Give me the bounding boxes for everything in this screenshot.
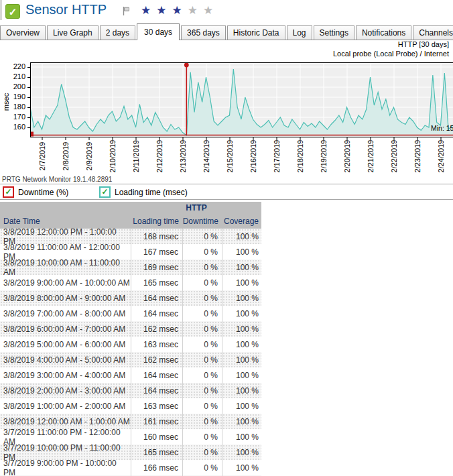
- cell-datetime: 3/8/2019 6:00:00 AM - 7:00:00 AM: [0, 321, 131, 337]
- cell-loading-time: 167 msec: [131, 244, 183, 259]
- cell-loading-time: 162 msec: [131, 321, 183, 337]
- tab-365-days[interactable]: 365 days: [181, 25, 226, 40]
- x-tick-label: 2/13/2019: [179, 140, 187, 173]
- cell-loading-time: 164 msec: [131, 383, 183, 398]
- cell-coverage: 100 %: [222, 321, 261, 337]
- table-row: 3/8/2019 10:00:00 AM - 11:00:00 AM169 ms…: [0, 259, 261, 275]
- tab-bar: OverviewLive Graph2 days30 days365 daysH…: [0, 24, 453, 40]
- cell-coverage: 100 %: [222, 306, 261, 321]
- cell-datetime: 3/8/2019 11:00:00 AM - 12:00:00 PM: [0, 244, 131, 259]
- cell-downtime: 0 %: [183, 367, 222, 383]
- cell-coverage: 100 %: [222, 259, 261, 275]
- star-icon[interactable]: ★: [172, 4, 188, 17]
- tab-settings[interactable]: Settings: [314, 25, 354, 40]
- cell-coverage: 100 %: [222, 352, 261, 367]
- tab-notifications[interactable]: Notifications: [356, 25, 411, 40]
- tab-live-graph[interactable]: Live Graph: [47, 25, 99, 40]
- cell-loading-time: 160 msec: [131, 429, 183, 444]
- cell-datetime: 3/8/2019 1:00:00 AM - 2:00:00 AM: [0, 398, 131, 414]
- table-row: 3/8/2019 2:00:00 AM - 3:00:00 AM164 msec…: [0, 383, 261, 398]
- check-icon: ✓: [101, 188, 108, 196]
- y-tick-label: 160: [5, 123, 25, 131]
- cell-downtime: 0 %: [183, 306, 222, 321]
- tab-historic-data[interactable]: Historic Data: [227, 25, 285, 40]
- table-row: 3/8/2019 4:00:00 AM - 5:00:00 AM162 msec…: [0, 352, 261, 367]
- cell-loading-time: 162 msec: [131, 352, 183, 367]
- cell-loading-time: 163 msec: [131, 337, 183, 352]
- tab-2-days[interactable]: 2 days: [100, 25, 135, 40]
- x-tick-label: 2/18/2019: [296, 140, 304, 173]
- legend-item-downtime: ✓ Downtime (%): [3, 186, 68, 198]
- cell-datetime: 3/8/2019 5:00:00 AM - 6:00:00 AM: [0, 337, 131, 352]
- check-icon: ✓: [9, 7, 17, 17]
- col-header-downtime: Downtime: [183, 213, 222, 229]
- table-row: 3/8/2019 7:00:00 AM - 8:00:00 AM164 msec…: [0, 306, 261, 321]
- loading-time-chart: [30, 62, 453, 141]
- cell-datetime: 3/8/2019 4:00:00 AM - 5:00:00 AM: [0, 352, 131, 367]
- y-tick-label: 220: [5, 62, 25, 70]
- cell-downtime: 0 %: [183, 229, 222, 244]
- cell-coverage: 100 %: [222, 290, 261, 306]
- min-annotation: Min: 156: [431, 124, 453, 132]
- historic-data-table: HTTP Date Time Loading time Downtime Cov…: [0, 202, 261, 476]
- window-edge: [0, 0, 2, 20]
- table-row: 3/8/2019 12:00:00 PM - 1:00:00 PM168 mse…: [0, 229, 261, 244]
- table-row: 3/8/2019 8:00:00 AM - 9:00:00 AM164 msec…: [0, 290, 261, 306]
- cell-coverage: 100 %: [222, 337, 261, 352]
- cell-datetime: 3/8/2019 9:00:00 AM - 10:00:00 AM: [0, 275, 131, 290]
- cell-coverage: 100 %: [222, 460, 261, 475]
- tab-overview[interactable]: Overview: [0, 25, 46, 40]
- table-row: 3/8/2019 11:00:00 AM - 12:00:00 PM167 ms…: [0, 244, 261, 259]
- cell-loading-time: 164 msec: [131, 306, 183, 321]
- priority-stars: ★★★★★: [141, 3, 218, 17]
- x-tick-label: 2/16/2019: [249, 140, 257, 173]
- cell-coverage: 100 %: [222, 229, 261, 244]
- table-row: 3/7/2019 10:00:00 PM - 11:00:00 PM165 ms…: [0, 444, 261, 460]
- star-icon[interactable]: ★: [141, 4, 156, 17]
- x-tick-label: 2/22/2019: [390, 140, 398, 173]
- cell-downtime: 0 %: [183, 290, 222, 306]
- star-icon[interactable]: ★: [188, 4, 203, 17]
- prtg-sensor-page: ✓ Sensor HTTP ★★★★★ OverviewLive Graph2 …: [0, 0, 453, 476]
- cell-coverage: 100 %: [222, 429, 261, 444]
- star-icon[interactable]: ★: [203, 4, 218, 17]
- loading-time-checkbox[interactable]: ✓: [99, 186, 111, 198]
- cell-datetime: 3/8/2019 8:00:00 AM - 9:00:00 AM: [0, 290, 131, 306]
- cell-downtime: 0 %: [183, 383, 222, 398]
- cell-loading-time: 169 msec: [131, 259, 183, 275]
- tab-30-days[interactable]: 30 days: [137, 23, 180, 40]
- cell-datetime: 3/8/2019 12:00:00 AM - 1:00:00 AM: [0, 414, 131, 429]
- cell-coverage: 100 %: [222, 275, 261, 290]
- x-tick-label: 2/24/2019: [437, 140, 445, 173]
- cell-coverage: 100 %: [222, 244, 261, 259]
- y-tick-label: 200: [5, 82, 25, 91]
- divider: [0, 199, 453, 200]
- cell-datetime: 3/8/2019 7:00:00 AM - 8:00:00 AM: [0, 306, 131, 321]
- y-tick-label: 170: [5, 113, 25, 121]
- downtime-checkbox[interactable]: ✓: [3, 186, 14, 198]
- chart-title: HTTP [30 days]: [398, 40, 449, 48]
- x-tick-label: 2/7/2019: [38, 142, 46, 171]
- table-column-header-row: Date Time Loading time Downtime Coverage: [0, 213, 261, 229]
- table-row: 3/8/2019 1:00:00 AM - 2:00:00 AM163 msec…: [0, 398, 261, 414]
- col-header-datetime: Date Time: [0, 213, 131, 229]
- x-tick-label: 2/10/2019: [109, 140, 117, 173]
- table-row: 3/8/2019 3:00:00 AM - 4:00:00 AM164 msec…: [0, 367, 261, 383]
- cell-datetime: 3/7/2019 10:00:00 PM - 11:00:00 PM: [0, 444, 131, 460]
- tab-log[interactable]: Log: [287, 25, 312, 40]
- flag-icon[interactable]: [122, 6, 130, 19]
- tab-channels[interactable]: Channels: [413, 25, 453, 40]
- cell-datetime: 3/8/2019 3:00:00 AM - 4:00:00 AM: [0, 367, 131, 383]
- cell-downtime: 0 %: [183, 337, 222, 352]
- cell-loading-time: 165 msec: [131, 444, 183, 460]
- cell-coverage: 100 %: [222, 414, 261, 429]
- table-group-header: HTTP: [131, 203, 261, 213]
- y-tick-label: 180: [5, 103, 25, 111]
- prtg-version-text: PRTG Network Monitor 19.1.48.2891: [2, 176, 112, 183]
- chart-subtitle: Local probe (Local Probe) / Internet: [333, 50, 449, 58]
- cell-loading-time: 166 msec: [131, 460, 183, 475]
- star-icon[interactable]: ★: [156, 4, 172, 17]
- cell-downtime: 0 %: [183, 429, 222, 444]
- table-body: 3/8/2019 12:00:00 PM - 1:00:00 PM168 mse…: [0, 229, 261, 476]
- x-tick-label: 2/11/2019: [132, 140, 140, 172]
